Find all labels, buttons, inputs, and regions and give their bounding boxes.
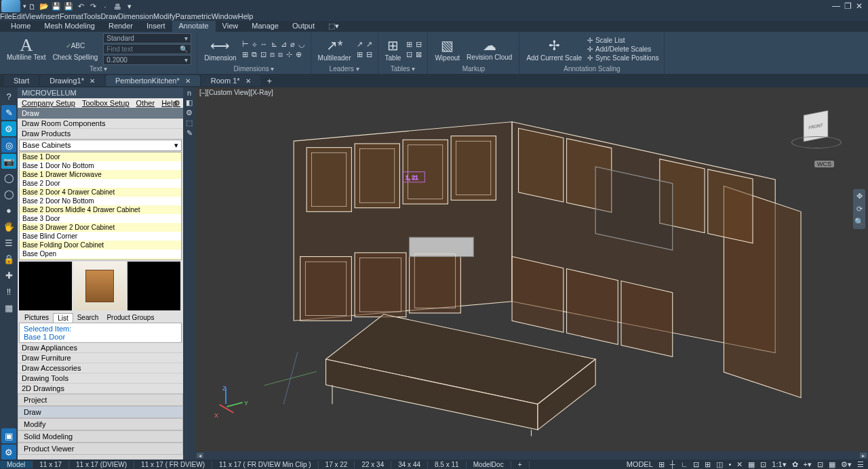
panel-row-drawing-tools[interactable]: Drawing Tools (18, 373, 183, 384)
rail-button-11[interactable]: ✚ (1, 268, 16, 283)
menu-dimension[interactable]: Dimension (118, 12, 153, 20)
scale-item[interactable]: ✢ Scale List (587, 37, 658, 44)
qat-undo-icon[interactable]: ↶ (75, 1, 86, 12)
rail-button-4[interactable]: 📷 (1, 154, 16, 169)
thumb-current[interactable] (73, 262, 126, 310)
multileader-button[interactable]: ↗* Multileader (317, 37, 353, 62)
close-icon[interactable]: ✕ (185, 77, 191, 85)
navigation-bar[interactable]: ✥ ⟳ 🔍 (853, 189, 865, 229)
multiline-text-button[interactable]: A Multiline Text (5, 37, 47, 61)
panel-row-draw-furniture[interactable]: Draw Furniture (18, 353, 183, 363)
status-tab[interactable]: 17 x 22 (319, 461, 355, 468)
toolbox-menu-toolbox-setup[interactable]: Toolbox Setup (82, 99, 130, 107)
status-icon-6[interactable]: • (728, 460, 731, 468)
ribbon-tab-output[interactable]: Output (285, 21, 321, 32)
ribbon-tab-annotate[interactable]: Annotate (172, 21, 216, 32)
status-icon-13[interactable]: ⊡ (817, 460, 823, 469)
dim-icon[interactable]: ⊕ (296, 50, 302, 59)
leader-sub-icon[interactable]: ⊞ (357, 50, 363, 59)
panel-rail-2[interactable]: ⚙ (186, 108, 193, 117)
dim-icon[interactable]: ◡ (298, 40, 305, 49)
rail-bottom-0[interactable]: ▣ (1, 428, 16, 443)
close-button[interactable]: ✕ (854, 1, 864, 11)
dim-icon[interactable]: ⟡ (252, 40, 257, 49)
status-icon-4[interactable]: ⊞ (705, 460, 711, 469)
viewport-3d[interactable]: [–][Custom View][X-Ray] FRONT WCS (195, 87, 868, 460)
status-tab[interactable]: ModelDoc (467, 461, 511, 468)
dim-icon[interactable]: ↔ (260, 40, 268, 49)
qat-open-icon[interactable]: 📂 (39, 1, 50, 12)
menu-edit[interactable]: Edit (12, 12, 25, 20)
product-item[interactable]: Base 2 Door 4 Drawer Cabinet (20, 188, 181, 197)
status-space-label[interactable]: MODEL (627, 460, 653, 468)
rail-button-8[interactable]: 🖐 (1, 219, 16, 234)
menu-format[interactable]: Format (60, 12, 83, 20)
find-text-input[interactable]: Find text🔍 (103, 44, 191, 54)
leader-sub-icon[interactable]: ↗ (357, 40, 363, 49)
panel-rail-0[interactable]: n (187, 89, 191, 97)
ribbon-tab-render[interactable]: Render (102, 21, 140, 32)
status-icon-15[interactable]: ⚙▾ (841, 460, 852, 469)
add-current-scale-button[interactable]: ✢ Add Current Scale (525, 37, 583, 62)
axis-gizmo[interactable]: Z Y X (214, 388, 248, 422)
menu-insert[interactable]: Insert (41, 12, 60, 20)
ribbon-overflow[interactable]: ⬚▾ (321, 21, 346, 32)
dim-icon[interactable]: ⊢ (242, 40, 249, 49)
product-item[interactable]: Base Folding Door Cabinet (20, 241, 181, 249)
table-button[interactable]: ⊞ Table (384, 37, 403, 62)
sub-tab-list[interactable]: List (53, 313, 73, 323)
gear-icon[interactable]: ⚙ (174, 99, 180, 108)
product-item[interactable]: Base 2 Door No Bottom (20, 197, 181, 205)
panel-row-2d-drawings[interactable]: 2D Drawings (18, 384, 183, 394)
panel-rail-1[interactable]: ◧ (186, 98, 193, 107)
status-tab[interactable]: + (511, 461, 530, 468)
leader-sub-icon[interactable]: ⊟ (366, 50, 372, 59)
menu-help[interactable]: Help (238, 12, 254, 20)
doc-tab-room1[interactable]: Room 1*✕ (201, 75, 260, 86)
rail-button-2[interactable]: ⚙ (1, 121, 16, 136)
pan-icon[interactable]: ✥ (856, 192, 863, 201)
dim-icon[interactable]: ⊞ (242, 50, 248, 59)
zoom-icon[interactable]: 🔍 (854, 218, 864, 226)
dim-icon[interactable]: ⌀ (290, 40, 295, 49)
status-icon-3[interactable]: ⊡ (693, 460, 699, 469)
text-height-combo[interactable]: 0.2000▾ (103, 55, 191, 65)
scale-item[interactable]: ✢ Sync Scale Positions (587, 54, 658, 62)
section-draw[interactable]: Draw (18, 406, 183, 418)
dim-icon[interactable]: ⊿ (281, 40, 287, 49)
doc-tab-drawing1[interactable]: Drawing1*✕ (40, 75, 104, 86)
menu-draw[interactable]: Draw (100, 12, 118, 20)
ribbon-tab-mesh-modeling[interactable]: Mesh Modeling (37, 21, 102, 32)
menu-modify[interactable]: Modify (153, 12, 175, 20)
panel-row-draw-accessories[interactable]: Draw Accessories (18, 363, 183, 373)
status-icon-8[interactable]: ▦ (748, 460, 755, 469)
panel-row-draw-appliances[interactable]: Draw Appliances (18, 343, 183, 353)
product-item[interactable]: Base 2 Door (20, 179, 181, 188)
rail-button-7[interactable]: ● (1, 203, 16, 218)
qat-new-icon[interactable]: 🗋 (26, 1, 37, 12)
menu-view[interactable]: View (25, 12, 41, 20)
product-item[interactable]: Base Open (20, 249, 181, 258)
doc-tab-pembertonkitchen[interactable]: PembertonKitchen*✕ (106, 75, 200, 86)
status-tab[interactable]: 11 x 17 (DVIEW) (69, 461, 134, 468)
scale-item[interactable]: ✢ Add/Delete Scales (587, 45, 658, 53)
sub-tab-pictures[interactable]: Pictures (20, 313, 53, 323)
section-project[interactable]: Project (18, 394, 183, 406)
close-icon[interactable]: ✕ (90, 77, 95, 85)
product-item[interactable]: Base 3 Drawer 2 Door Cabinet (20, 223, 181, 232)
wipeout-button[interactable]: ▧ Wipeout (433, 37, 461, 62)
menu-tools[interactable]: Tools (83, 12, 101, 20)
viewport-label[interactable]: [–][Custom View][X-Ray] (199, 89, 273, 96)
status-icon-0[interactable]: ⊞ (658, 460, 665, 469)
panel-rail-3[interactable]: ⬚ (186, 119, 193, 127)
rail-button-1[interactable]: ✎ (1, 105, 16, 120)
product-item[interactable]: Base Open Blind Corner (20, 258, 181, 260)
status-icon-2[interactable]: ∟ (681, 460, 688, 468)
sub-tab-search[interactable]: Search (73, 313, 103, 323)
product-item[interactable]: Base 2 Doors Middle 4 Drawer Cabinet (20, 205, 181, 214)
section-solid-modeling[interactable]: Solid Modeling (18, 430, 183, 443)
status-tab[interactable]: 34 x 44 (391, 461, 428, 468)
ribbon-tab-manage[interactable]: Manage (245, 21, 285, 32)
dim-icon[interactable]: ⊾ (271, 40, 277, 49)
ribbon-tab-view[interactable]: View (216, 21, 245, 32)
